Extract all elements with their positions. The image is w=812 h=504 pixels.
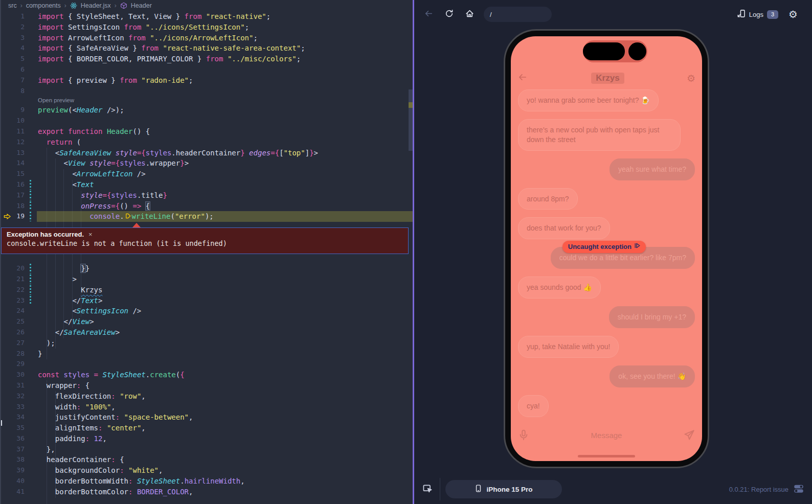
chat-bubble-left[interactable]: around 8pm? [518, 188, 578, 210]
chat-bubble-left[interactable]: yea sounds good 👍 [518, 277, 601, 299]
code-line[interactable]: 14 <View style={styles.wrapper}> [1, 158, 414, 169]
app-settings-gear-icon[interactable]: ⚙ [687, 74, 695, 83]
chat-bubble-left[interactable]: yup, take Natalie with you! [518, 336, 619, 358]
code-line[interactable]: 2import SettingsIcon from "../icons/Sett… [1, 22, 414, 33]
code-line[interactable]: 1import { StyleSheet, Text, View } from … [1, 11, 414, 22]
code-line[interactable]: 23 </Text> [1, 295, 414, 306]
code-line[interactable]: 40 borderBottomWidth: StyleSheet.hairlin… [1, 476, 414, 487]
footer-divider [440, 478, 440, 500]
code-line[interactable]: 37 }, [1, 444, 414, 455]
code-line[interactable]: 22 Krzys [1, 285, 414, 295]
code-line[interactable]: 30const styles = StyleSheet.create({ [1, 370, 414, 380]
logs-button[interactable]: Logs 3 [737, 9, 778, 19]
line-number: 6 [1, 64, 25, 75]
code-line[interactable]: 26 </SafeAreaView> [1, 327, 414, 338]
app-back-icon[interactable] [517, 73, 529, 84]
code-line[interactable]: 27 ); [1, 338, 414, 349]
code-line[interactable]: 10 [1, 116, 414, 126]
breadcrumb-item[interactable]: Header [131, 2, 152, 9]
code-line[interactable]: 20 }} [1, 263, 414, 274]
camera-dot [628, 42, 646, 60]
code-line[interactable]: 12 return ( [1, 137, 414, 148]
inspect-element-button[interactable] [421, 483, 435, 496]
code-line[interactable]: 8 [1, 86, 414, 97]
code-line[interactable]: 28} [1, 349, 414, 359]
message-input[interactable]: Message [529, 431, 684, 440]
exception-title: Exception has occurred. [7, 231, 84, 238]
device-name: iPhone 15 Pro [486, 486, 532, 493]
uncaught-exception-badge[interactable]: Uncaught exception [562, 241, 646, 253]
device-select-button[interactable]: iPhone 15 Pro [445, 480, 562, 498]
breadcrumb-separator: › [64, 2, 66, 9]
code-line[interactable]: 24 <SettingsIcon /> [1, 306, 414, 316]
code-line[interactable]: 34 justifyContent: "space-between", [1, 412, 414, 423]
breadcrumb-item[interactable]: Header.jsx [81, 2, 111, 9]
code-line[interactable]: 17 style={styles.title} [1, 190, 414, 201]
chat-bubble-right[interactable]: ok, see you there! 👋 [610, 365, 695, 387]
chat-bubble-left[interactable]: yo! wanna grab some beer tonight? 🍺 [518, 89, 659, 111]
reload-button[interactable] [441, 6, 457, 22]
send-icon[interactable] [684, 429, 695, 441]
code-line[interactable]: 21 > [1, 274, 414, 285]
code-line[interactable]: 7import { preview } from "radon-ide"; [1, 75, 414, 86]
microphone-icon[interactable] [518, 429, 529, 441]
code-line[interactable]: 38 headerContainer: { [1, 454, 414, 465]
code-line[interactable]: 32 flexDirection: "row", [1, 391, 414, 402]
exception-widget: Exception has occurred.×console.writeLin… [1, 222, 414, 263]
code-line[interactable]: 33 width: "100%", [1, 402, 414, 413]
line-number: 10 [1, 116, 25, 126]
code-line[interactable]: 4import { SafeAreaView } from "react-nat… [1, 43, 414, 54]
breadcrumb[interactable]: src›components›Header.jsx›Header [1, 0, 414, 11]
code-line[interactable]: 15 <ArrowLeftIcon /> [1, 169, 414, 179]
report-issue-link[interactable]: 0.0.21: Report issue [729, 486, 788, 493]
code-line[interactable]: 35 alignItems: "center", [1, 423, 414, 433]
chat-bubble-right[interactable]: could we do a little bit earlier? like 7… [551, 247, 695, 269]
toggles-icon [794, 487, 804, 495]
uncaught-exception-label: Uncaught exception [568, 242, 631, 251]
code-line[interactable]: 11export function Header() { [1, 126, 414, 137]
device-screen[interactable]: Krzys ⚙ yo! wanna grab some beer tonight… [511, 36, 702, 461]
home-button[interactable] [461, 6, 478, 22]
device-settings-icon[interactable] [794, 484, 805, 495]
chat-bubble-left[interactable]: does that work for you? [518, 217, 610, 239]
message-list: yo! wanna grab some beer tonight? 🍺there… [518, 89, 695, 417]
code-line[interactable]: 3import ArrowLeftIcon from "../icons/Arr… [1, 33, 414, 43]
chat-bubble-right[interactable]: yeah sure what time? [610, 158, 695, 180]
chat-bubble-right[interactable]: should I bring my +1? [609, 306, 695, 328]
settings-gear-icon[interactable]: ⚙ [788, 9, 798, 19]
code-line[interactable]: 9preview(<Header />); [1, 105, 414, 116]
code-line[interactable]: 18 onPress={() => { [1, 201, 414, 212]
code-line[interactable]: 41 borderBottomColor: BORDER_COLOR, [1, 487, 414, 497]
code-line[interactable]: 13 <SafeAreaView style={styles.headerCon… [1, 148, 414, 158]
back-button[interactable] [420, 6, 437, 22]
arrow-left-icon [424, 9, 433, 20]
breadcrumb-separator: › [115, 2, 117, 9]
chat-bubble-left[interactable]: cya! [518, 395, 549, 417]
chat-bubble-left[interactable]: there's a new cool pub with open taps ju… [518, 119, 681, 151]
breadcrumb-item[interactable]: src [8, 2, 17, 9]
inline-breakpoint-icon[interactable] [124, 212, 132, 218]
url-bar[interactable]: / [484, 7, 552, 22]
preview-toolbar: / Logs 3 ⚙ [414, 0, 812, 29]
code-line[interactable]: 36 padding: 12, [1, 433, 414, 444]
codelens-open-preview[interactable]: Open preview [1, 96, 414, 105]
code-area[interactable]: 1import { StyleSheet, Text, View } from … [1, 11, 414, 504]
preview-footer: iPhone 15 Pro 0.0.21: Report issue [414, 474, 812, 504]
code-line[interactable]: 25 </View> [1, 316, 414, 327]
exception-close-icon[interactable]: × [88, 231, 93, 238]
code-line[interactable]: 29 [1, 359, 414, 370]
phone-icon [475, 485, 482, 494]
device-logs-icon [737, 9, 746, 19]
home-icon [465, 9, 474, 20]
exception-message: console.writeLine is not a function (it … [2, 239, 408, 248]
breadcrumb-item[interactable]: components [26, 2, 61, 9]
code-line[interactable]: 19 console.writeLine("error"); [1, 211, 414, 222]
code-line[interactable]: 16 <Text [1, 179, 414, 190]
code-line[interactable]: 5import { BORDER_COLOR, PRIMARY_COLOR } … [1, 54, 414, 64]
code-line[interactable]: 39 backgroundColor: "white", [1, 465, 414, 476]
debug-current-line-icon [4, 213, 11, 220]
app-title[interactable]: Krzys [591, 73, 624, 84]
code-line[interactable]: 31 wrapper: { [1, 380, 414, 391]
preview-pane: / Logs 3 ⚙ Krzys ⚙ yo! wanna grab some b… [414, 0, 812, 504]
code-line[interactable]: 6 [1, 64, 414, 75]
